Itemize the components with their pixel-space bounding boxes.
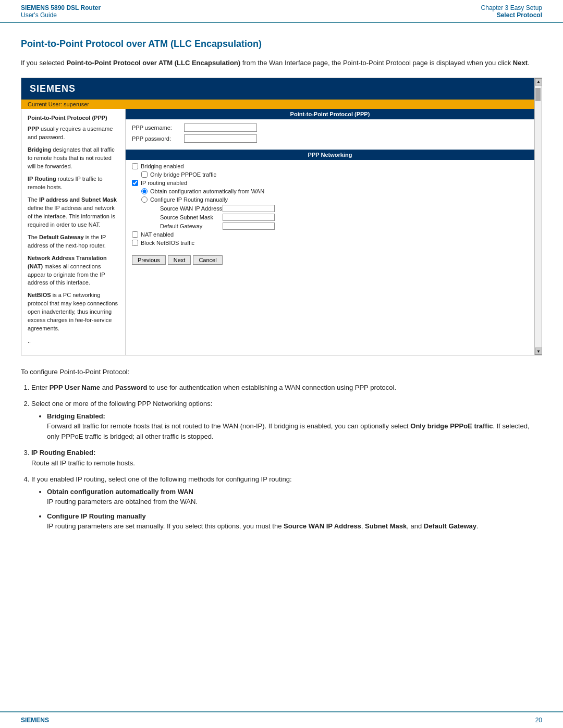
nat-label: NAT enabled [141, 231, 174, 238]
ip-routing-label: IP routing enabled [141, 180, 187, 186]
header-section: Select Protocol [481, 11, 542, 19]
nat-checkbox[interactable] [132, 231, 138, 238]
default-gw-row: Default Gateway [160, 223, 528, 230]
sidebar-item-6: NetBIOS is a PC networking protocol that… [28, 291, 119, 333]
configure-manually-radio[interactable] [141, 196, 148, 203]
sidebar-title: Point-to-Point Protocol (PPP) [28, 114, 119, 122]
scrollbar[interactable]: ▲ ▼ [534, 78, 542, 355]
block-netbios-checkbox[interactable] [132, 240, 138, 246]
header-guide: User's Guide [21, 11, 101, 19]
ppp-username-label: PPP username: [132, 125, 184, 131]
sidebar-item-4: The Default Gateway is the IP address of… [28, 233, 119, 250]
sidebar-item-0: PPP usually requires a username and pass… [28, 125, 119, 142]
instructions-intro: To configure Point-to-Point Protocol: [21, 367, 542, 377]
source-subnet-label: Source Subnet Mask [160, 214, 223, 220]
bridging-enabled-checkbox[interactable] [132, 163, 138, 169]
only-bridge-label: Only bridge PPPOE traffic [150, 171, 216, 178]
header-product: SIEMENS 5890 DSL Router [21, 4, 101, 11]
intro-paragraph: If you selected Point-to-Point Protocol … [21, 58, 542, 68]
source-subnet-input[interactable] [223, 214, 275, 221]
source-wan-label: Source WAN IP Address [160, 205, 223, 212]
footer-page-number: 20 [535, 717, 542, 724]
bridging-enabled-row: Bridging enabled [132, 163, 528, 169]
block-netbios-row: Block NetBIOS traffic [132, 240, 528, 246]
instructions: To configure Point-to-Point Protocol: En… [21, 367, 542, 532]
source-wan-row: Source WAN IP Address [160, 205, 528, 212]
ui-ppp-section-header: Point-to-Point Protocol (PPP) [126, 109, 534, 119]
scroll-thumb[interactable] [535, 88, 541, 101]
main-content: Point-to-Point Protocol over ATM (LLC En… [0, 23, 563, 548]
scroll-up-arrow[interactable]: ▲ [535, 78, 542, 85]
bullet-obtain-config: Obtain configuration automatically from … [47, 487, 542, 507]
ppp-password-row: PPP password: [132, 134, 528, 143]
ppp-username-row: PPP username: [132, 124, 528, 132]
configure-manually-label: Configure IP Routing manually [150, 196, 228, 203]
sidebar-item-3: The IP address and Subnet Mask define th… [28, 196, 119, 229]
next-button[interactable]: Next [168, 255, 191, 265]
ui-ppp-form: PPP username: PPP password: [126, 119, 534, 150]
only-bridge-checkbox[interactable] [141, 171, 148, 178]
page-footer: SIEMENS 20 [0, 711, 563, 728]
bullet-configure-manually: Configure IP Routing manually IP routing… [47, 511, 542, 532]
ppp-password-label: PPP password: [132, 135, 184, 142]
bullet-bridging: Bridging Enabled: Forward all traffic fo… [47, 411, 542, 442]
page-title: Point-to-Point Protocol over ATM (LLC En… [21, 39, 542, 50]
step4-bullets: Obtain configuration automatically from … [47, 487, 542, 532]
scroll-track-inner [535, 85, 542, 348]
instruction-step-4: If you enabled IP routing, select one of… [31, 474, 542, 532]
ui-siemens-header: SIEMENS [21, 78, 534, 100]
header-left: SIEMENS 5890 DSL Router User's Guide [21, 4, 101, 19]
default-gw-label: Default Gateway [160, 223, 223, 229]
cancel-button[interactable]: Cancel [193, 255, 222, 265]
page-header: SIEMENS 5890 DSL Router User's Guide Cha… [0, 0, 563, 23]
obtain-config-row: Obtain configuration automatically from … [141, 188, 528, 194]
ui-user-bar: Current User: superuser [21, 100, 534, 109]
header-right: Chapter 3 Easy Setup Select Protocol [481, 4, 542, 19]
sidebar-item-7: .. [28, 337, 119, 346]
instruction-step-1: Enter PPP User Name and Password to use … [31, 382, 542, 393]
sidebar-item-2: IP Routing routes IP traffic to remote h… [28, 175, 119, 192]
obtain-config-radio[interactable] [141, 188, 148, 194]
routing-fields: Source WAN IP Address Source Subnet Mask… [160, 205, 528, 230]
ppp-username-input[interactable] [184, 124, 257, 132]
ui-networking: Bridging enabled Only bridge PPPOE traff… [126, 160, 534, 251]
source-subnet-row: Source Subnet Mask [160, 214, 528, 221]
step2-bullets: Bridging Enabled: Forward all traffic fo… [47, 411, 542, 442]
nat-row: NAT enabled [132, 231, 528, 238]
footer-brand: SIEMENS [21, 717, 49, 724]
ui-screenshot: SIEMENS Current User: superuser Point-to… [21, 78, 542, 356]
ui-networking-section-header: PPP Networking [126, 150, 534, 160]
only-bridge-row: Only bridge PPPOE traffic [141, 171, 528, 178]
obtain-config-label: Obtain configuration automatically from … [150, 188, 264, 194]
scroll-down-arrow[interactable]: ▼ [535, 348, 542, 355]
ppp-password-input[interactable] [184, 134, 257, 143]
ip-routing-checkbox[interactable] [132, 180, 138, 186]
ip-routing-row: IP routing enabled [132, 180, 528, 186]
ui-sidebar: Point-to-Point Protocol (PPP) PPP usuall… [21, 109, 126, 355]
bridging-enabled-label: Bridging enabled [141, 163, 184, 169]
ui-right: Point-to-Point Protocol (PPP) PPP userna… [126, 109, 534, 355]
block-netbios-label: Block NetBIOS traffic [141, 240, 194, 246]
instruction-step-2: Select one or more of the following PPP … [31, 399, 542, 441]
source-wan-input[interactable] [223, 205, 275, 212]
sidebar-item-5: Network Address Translation (NAT) makes … [28, 254, 119, 288]
instruction-step-3: IP Routing Enabled: Route all IP traffic… [31, 448, 542, 468]
sidebar-item-1: Bridging designates that all traffic to … [28, 146, 119, 171]
default-gw-input[interactable] [223, 223, 275, 230]
configure-manually-row: Configure IP Routing manually [141, 196, 528, 203]
header-chapter: Chapter 3 Easy Setup [481, 4, 542, 11]
instructions-list: Enter PPP User Name and Password to use … [31, 382, 542, 532]
ui-buttons: Previous Next Cancel [126, 251, 534, 269]
ui-body: Point-to-Point Protocol (PPP) PPP usuall… [21, 109, 534, 355]
previous-button[interactable]: Previous [132, 255, 166, 265]
